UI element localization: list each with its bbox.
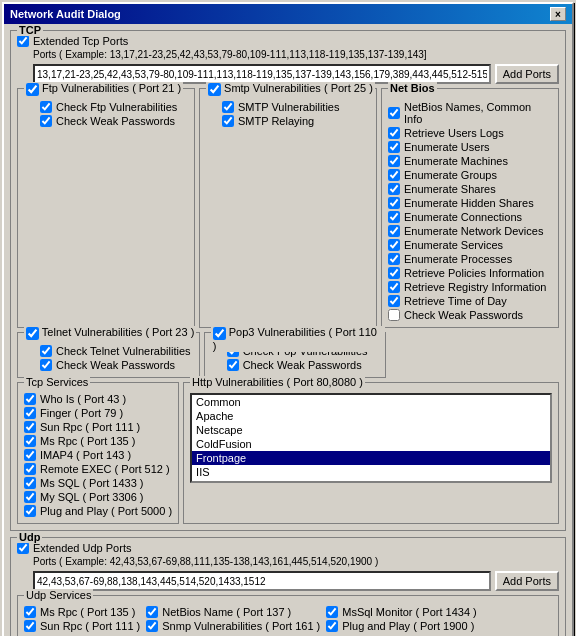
udp-col3: MsSql Monitor ( Port 1434 ) Plug and Pla… [326,606,477,634]
mssql-checkbox[interactable] [24,477,36,489]
tcp-section-label: TCP [17,24,43,36]
ftp-label: Ftp Vulnerabilities ( Port 21 ) [24,82,183,96]
close-button[interactable]: × [550,7,566,21]
tcp-row2-spacer [390,332,559,378]
netbios-enum-shares-checkbox[interactable] [388,183,400,195]
ftp-section: Ftp Vulnerabilities ( Port 21 ) Check Ft… [17,88,195,328]
dialog-body: TCP Extended Tcp Ports Ports ( Example: … [4,24,572,636]
telnet-checkbox[interactable] [26,327,39,340]
imap4-checkbox[interactable] [24,449,36,461]
http-item-coldfusion[interactable]: ColdFusion [192,437,550,451]
remote-exec-checkbox[interactable] [24,463,36,475]
netbios-enum-users-checkbox[interactable] [388,141,400,153]
http-item-iis[interactable]: IIS [192,465,550,479]
pnp-checkbox[interactable] [24,505,36,517]
pop3-weak-pw-checkbox[interactable] [227,359,239,371]
smtp-section: Smtp Vulnerabilities ( Port 25 ) SMTP Vu… [199,88,377,328]
tcp-services-label: Tcp Services [24,376,90,388]
netbios-label: Net Bios [388,82,437,94]
extended-udp-checkbox[interactable] [17,542,29,554]
smtp-label: Smtp Vulnerabilities ( Port 25 ) [206,82,375,96]
udp-services-section: Udp Services Ms Rpc ( Port 135 ) Sun Rpc… [17,595,559,636]
http-section: Http Vulnerabilities ( Port 80,8080 ) Co… [183,382,559,524]
http-listbox[interactable]: Common Apache Netscape ColdFusion Frontp… [190,393,552,483]
mysql-checkbox[interactable] [24,491,36,503]
network-audit-dialog: Network Audit Dialog × TCP Extended Tcp … [2,2,574,636]
udp-ports-example: Ports ( Example: 42,43,53,67-69,88,111,1… [33,556,559,567]
ftp-vuln-label: Check Ftp Vulnerabilities [56,101,177,113]
udp-ports-input[interactable] [33,571,491,591]
netbios-hidden-shares-checkbox[interactable] [388,197,400,209]
netbios-weak-pw-checkbox[interactable] [388,309,400,321]
http-label: Http Vulnerabilities ( Port 80,8080 ) [190,376,365,388]
sun-rpc-checkbox[interactable] [24,421,36,433]
tcp-vuln-row: Ftp Vulnerabilities ( Port 21 ) Check Ft… [17,88,559,328]
udp-snmp-checkbox[interactable] [146,620,158,632]
udp-services-label: Udp Services [24,589,93,601]
http-item-apache[interactable]: Apache [192,409,550,423]
ftp-weak-pw-checkbox[interactable] [40,115,52,127]
udp-netbios-name-checkbox[interactable] [146,606,158,618]
udp-col2: NetBios Name ( Port 137 ) Snmp Vulnerabi… [146,606,320,634]
netbios-connections-checkbox[interactable] [388,211,400,223]
extended-tcp-checkbox[interactable] [17,35,29,47]
smtp-relay-label: SMTP Relaying [238,115,314,127]
extended-tcp-checkbox-row: Extended Tcp Ports [17,35,559,47]
ftp-weak-pw-label: Check Weak Passwords [56,115,175,127]
smtp-relay-checkbox[interactable] [222,115,234,127]
udp-pnp-checkbox[interactable] [326,620,338,632]
netbios-registry-checkbox[interactable] [388,281,400,293]
tcp-add-ports-button[interactable]: Add Ports [495,64,559,84]
netbios-enum-machines-checkbox[interactable] [388,155,400,167]
pop3-label: Pop3 Vulnerabilities ( Port 110 ) [211,326,386,352]
netbios-services-checkbox[interactable] [388,239,400,251]
netbios-time-checkbox[interactable] [388,295,400,307]
udp-section: Udp Extended Udp Ports Ports ( Example: … [10,537,566,636]
extended-udp-checkbox-row: Extended Udp Ports [17,542,559,554]
telnet-section: Telnet Vulnerabilities ( Port 23 ) Check… [17,332,200,378]
smtp-checkbox[interactable] [208,83,221,96]
ftp-checkbox[interactable] [26,83,39,96]
title-bar: Network Audit Dialog × [4,4,572,24]
telnet-label: Telnet Vulnerabilities ( Port 23 ) [24,326,196,340]
tcp-section: TCP Extended Tcp Ports Ports ( Example: … [10,30,566,531]
netbios-net-devices-checkbox[interactable] [388,225,400,237]
udp-services-cols: Ms Rpc ( Port 135 ) Sun Rpc ( Port 111 )… [24,606,552,634]
telnet-vuln-checkbox[interactable] [40,345,52,357]
smtp-vuln-checkbox[interactable] [222,101,234,113]
netbios-policies-checkbox[interactable] [388,267,400,279]
udp-col1: Ms Rpc ( Port 135 ) Sun Rpc ( Port 111 ) [24,606,140,634]
netbios-enum-groups-checkbox[interactable] [388,169,400,181]
udp-section-label: Udp [17,531,42,543]
tcp-vuln-row2: Telnet Vulnerabilities ( Port 23 ) Check… [17,332,559,378]
netbios-names-checkbox[interactable] [388,107,400,119]
extended-udp-label: Extended Udp Ports [33,542,131,554]
ftp-vuln-checkbox[interactable] [40,101,52,113]
finger-checkbox[interactable] [24,407,36,419]
http-item-frontpage[interactable]: Frontpage [192,451,550,465]
whois-checkbox[interactable] [24,393,36,405]
tcp-services-section: Tcp Services Who Is ( Port 43 ) Finger (… [17,382,179,524]
http-item-common[interactable]: Common [192,395,550,409]
ms-rpc-checkbox[interactable] [24,435,36,447]
tcp-ports-input[interactable] [33,64,491,84]
extended-tcp-label: Extended Tcp Ports [33,35,128,47]
netbios-names-label: NetBios Names, Common Info [404,101,552,125]
netbios-users-log-checkbox[interactable] [388,127,400,139]
udp-mssql-monitor-checkbox[interactable] [326,606,338,618]
http-item-netscape[interactable]: Netscape [192,423,550,437]
udp-ms-rpc-checkbox[interactable] [24,606,36,618]
dialog-title: Network Audit Dialog [10,8,121,20]
netbios-processes-checkbox[interactable] [388,253,400,265]
pop3-checkbox[interactable] [213,327,226,340]
tcp-services-row: Tcp Services Who Is ( Port 43 ) Finger (… [17,382,559,524]
netbios-section: Net Bios NetBios Names, Common Info Retr… [381,88,559,328]
smtp-vuln-label: SMTP Vulnerabilities [238,101,340,113]
telnet-weak-pw-checkbox[interactable] [40,359,52,371]
tcp-ports-example: Ports ( Example: 13,17,21-23,25,42,43,53… [33,49,559,60]
pop3-section: Pop3 Vulnerabilities ( Port 110 ) Check … [204,332,387,378]
udp-add-ports-button[interactable]: Add Ports [495,571,559,591]
udp-sun-rpc-checkbox[interactable] [24,620,36,632]
